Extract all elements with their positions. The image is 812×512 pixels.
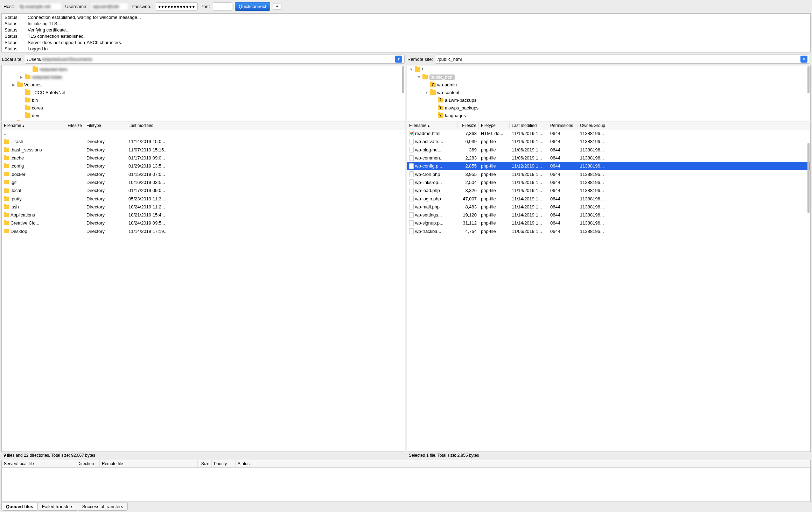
scrollbar[interactable] (807, 66, 810, 93)
file-row[interactable]: readme.html7,368HTML do...11/14/2019 1..… (407, 129, 810, 137)
col-size[interactable]: Size (198, 460, 212, 467)
tab-queued-files[interactable]: Queued files (1, 503, 38, 511)
username-input[interactable] (90, 2, 129, 10)
tree-item[interactable]: cores (2, 104, 405, 112)
col-ownergroup[interactable]: Owner/Group (578, 122, 810, 129)
tree-item[interactable]: ▶redacted-folder (2, 73, 405, 81)
transfer-queue[interactable]: Server/Local file Direction Remote file … (1, 460, 811, 502)
file-icon (409, 179, 414, 185)
col-permissions[interactable]: Permissions (548, 122, 578, 129)
password-input[interactable] (156, 2, 198, 10)
col-remote-file[interactable]: Remote file (100, 460, 198, 467)
file-row[interactable]: wp-links-op...2,504php-file11/14/2019 1.… (407, 178, 810, 186)
chevron-down-icon[interactable]: ▼ (395, 56, 402, 63)
tree-item[interactable]: dev (2, 112, 405, 119)
port-input[interactable] (213, 2, 232, 10)
local-dir-tree[interactable]: redacted-item▶redacted-folder▶Volumes_CC… (1, 65, 405, 121)
tree-item[interactable]: bin (2, 96, 405, 104)
file-row[interactable]: wp-load.php3,326php-file11/14/2019 1...0… (407, 186, 810, 194)
disclosure-triangle-icon[interactable] (19, 113, 23, 118)
file-row[interactable]: .. (2, 129, 405, 137)
tab-failed-transfers[interactable]: Failed transfers (37, 503, 78, 511)
tree-item[interactable]: redacted-item (2, 65, 405, 73)
col-status[interactable]: Status (236, 460, 810, 467)
file-row[interactable]: wp-trackba...4,764php-file11/06/2019 1..… (407, 227, 810, 235)
col-direction[interactable]: Direction (75, 460, 100, 467)
file-row[interactable]: .gitDirectory10/16/2019 03:5... (2, 178, 405, 186)
chevron-down-icon[interactable]: ▼ (800, 56, 807, 63)
file-row[interactable]: wp-settings...19,120php-file11/14/2019 1… (407, 211, 810, 219)
disclosure-triangle-icon[interactable] (432, 113, 436, 118)
col-lastmodified[interactable]: Last modified (510, 122, 548, 129)
tree-item[interactable]: ▼public_html (407, 73, 810, 81)
disclosure-triangle-icon[interactable] (19, 90, 23, 94)
file-row[interactable]: wp-login.php47,007php-file11/14/2019 1..… (407, 194, 810, 202)
file-row[interactable]: .bash_sessionsDirectory11/07/2019 15:15.… (2, 146, 405, 154)
file-row[interactable]: .cacheDirectory01/17/2019 09:0... (2, 154, 405, 162)
local-path-combo[interactable]: /Users/redacteduser/Documents ▼ (25, 55, 405, 64)
disclosure-triangle-icon[interactable] (425, 83, 429, 87)
file-row[interactable]: .localDirectory01/17/2019 09:0... (2, 186, 405, 194)
file-row[interactable]: wp-config.p...2,855php-file11/12/2019 1.… (407, 162, 810, 170)
disclosure-triangle-icon[interactable]: ▼ (425, 90, 429, 94)
file-type: Directory (84, 147, 126, 152)
disclosure-triangle-icon[interactable]: ▼ (417, 75, 421, 79)
tree-item[interactable]: ▶Volumes (2, 81, 405, 88)
file-size: 3,955 (458, 172, 479, 177)
file-row[interactable]: DesktopDirectory11/14/2019 17:19... (2, 227, 405, 235)
quickconnect-button[interactable]: Quickconnect (235, 2, 270, 11)
disclosure-triangle-icon[interactable] (27, 67, 31, 71)
disclosure-triangle-icon[interactable]: ▶ (19, 75, 23, 79)
tree-item[interactable]: ▼/ (407, 65, 810, 73)
disclosure-triangle-icon[interactable] (432, 106, 436, 110)
file-row[interactable]: wp-blog-he...369php-file11/06/2019 1...0… (407, 146, 810, 154)
col-filetype[interactable]: Filetype (84, 122, 126, 129)
disclosure-triangle-icon[interactable] (19, 106, 23, 110)
tab-successful-transfers[interactable]: Successful transfers (78, 503, 128, 511)
col-server-local[interactable]: Server/Local file (2, 460, 75, 467)
file-row[interactable]: wp-signup.p...31,112php-file11/14/2019 1… (407, 219, 810, 227)
host-input[interactable] (17, 2, 62, 10)
file-row[interactable]: .dockerDirectory01/15/2019 07:0... (2, 170, 405, 178)
file-row[interactable]: ApplicationsDirectory10/21/2019 15:4... (2, 211, 405, 219)
tree-item[interactable]: ▶etc (2, 119, 405, 121)
local-file-list[interactable]: Filename▲ Filesize Filetype Last modifie… (1, 122, 405, 452)
col-lastmodified[interactable]: Last modified (126, 122, 405, 129)
remote-dir-tree[interactable]: ▼/▼public_htmlwp-admin▼wp-contentai1wm-b… (407, 65, 811, 121)
file-row[interactable]: Creative Clo...Directory10/24/2019 09:5.… (2, 219, 405, 227)
file-row[interactable]: wp-activate....6,939php-file11/14/2019 1… (407, 137, 810, 145)
tree-item[interactable]: ai1wm-backups (407, 96, 810, 104)
file-row[interactable]: .puttyDirectory05/23/2019 11:3... (2, 194, 405, 202)
tree-item[interactable]: aiowps_backups (407, 104, 810, 112)
tree-item[interactable]: wp-admin (407, 81, 810, 88)
col-filesize[interactable]: Filesize (458, 122, 479, 129)
remote-file-list[interactable]: Filename▲ Filesize Filetype Last modifie… (407, 122, 811, 452)
file-owner: 11388196... (578, 180, 810, 185)
file-row[interactable]: wp-mail.php8,483php-file11/14/2019 1...0… (407, 203, 810, 211)
message-log[interactable]: Status:Connection established, waiting f… (1, 13, 811, 52)
tree-item[interactable]: _CCC SafetyNet (2, 88, 405, 96)
remote-path-combo[interactable]: ▼ (435, 55, 810, 64)
col-filename[interactable]: Filename▲ (2, 122, 63, 129)
disclosure-triangle-icon[interactable] (432, 98, 436, 102)
file-row[interactable]: .configDirectory01/29/2019 13:5... (2, 162, 405, 170)
tree-item[interactable]: languages (407, 112, 810, 119)
local-pane: Local site: /Users/redacteduser/Document… (1, 54, 405, 458)
col-filetype[interactable]: Filetype (479, 122, 510, 129)
scrollbar[interactable] (807, 143, 810, 213)
disclosure-triangle-icon[interactable]: ▼ (409, 67, 413, 71)
scrollbar[interactable] (402, 66, 404, 93)
disclosure-triangle-icon[interactable] (19, 98, 23, 102)
tree-item[interactable]: ▼wp-content (407, 88, 810, 96)
col-filesize[interactable]: Filesize (63, 122, 84, 129)
col-filename[interactable]: Filename▲ (407, 122, 458, 129)
col-priority[interactable]: Priority (212, 460, 236, 467)
file-row[interactable]: .sshDirectory10/24/2019 11:2... (2, 203, 405, 211)
file-row[interactable]: wp-commen..2,283php-file11/06/2019 1...0… (407, 154, 810, 162)
disclosure-triangle-icon[interactable]: ▶ (12, 83, 16, 87)
quickconnect-dropdown[interactable]: ▼ (273, 3, 281, 10)
file-permissions: 0644 (548, 155, 578, 161)
file-row[interactable]: .TrashDirectory11/14/2019 15:0... (2, 137, 405, 145)
file-icon (409, 188, 414, 193)
file-row[interactable]: wp-cron.php3,955php-file11/14/2019 1...0… (407, 170, 810, 178)
